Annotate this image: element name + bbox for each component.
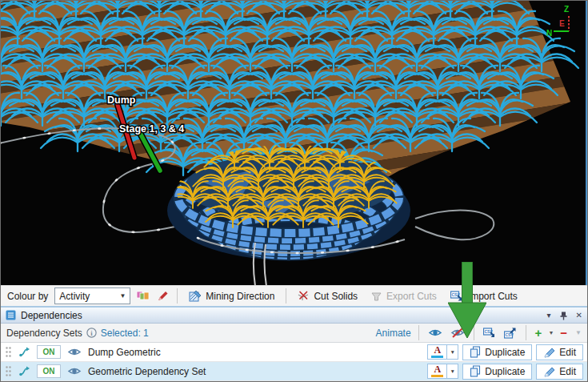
csv-export-icon: CSV [504, 328, 517, 339]
toolbar-separator [177, 288, 178, 304]
duplicate-button[interactable]: Duplicate [462, 364, 532, 380]
on-toggle-button[interactable]: ON [37, 345, 61, 359]
toolbar-separator [526, 325, 526, 340]
minus-icon: − [560, 327, 567, 339]
on-toggle-button[interactable]: ON [37, 364, 61, 378]
colour-dropdown-caret[interactable]: ▼ [447, 364, 458, 379]
import-csv-button[interactable]: CSV [482, 326, 498, 340]
eye-icon [428, 328, 442, 338]
pencil-icon [543, 347, 555, 358]
colour-by-label: Colour by [7, 291, 48, 302]
edit-button[interactable]: Edit [536, 344, 583, 360]
svg-text:CSV: CSV [505, 332, 514, 337]
window-menu-icon[interactable]: ▾ [547, 312, 551, 320]
axis-e-label: E [559, 19, 565, 28]
colour-button[interactable]: A [427, 344, 447, 360]
copy-icon [470, 346, 481, 358]
palette-icon [136, 291, 150, 301]
colour-swatch [431, 375, 443, 377]
colour-swatch [431, 356, 443, 358]
dump-label: Dump [107, 94, 136, 106]
remove-dependency-set-button[interactable]: − [558, 325, 569, 340]
dependency-row[interactable]: ON Dump Geometric A ▼ Duplicate [1, 343, 587, 362]
axis-n-label: N [546, 29, 552, 38]
visibility-eye-icon[interactable] [67, 347, 82, 357]
eye-slash-icon [450, 328, 465, 338]
hide-all-button[interactable] [449, 326, 466, 340]
mining-direction-button[interactable]: Mining Direction [184, 288, 279, 304]
toolbar-overflow-icon[interactable]: ▼ [575, 329, 582, 336]
view-toolbar: Colour by Activity ▼ Mining [1, 285, 587, 308]
edit-button[interactable]: Edit [536, 364, 583, 380]
svg-text:i: i [90, 329, 93, 337]
export-cuts-icon [371, 292, 382, 301]
dependencies-panel-titlebar: Dependencies ▾ ✕ [1, 308, 587, 324]
add-options-caret-icon[interactable]: ▼ [548, 330, 554, 336]
colour-by-value: Activity [59, 291, 90, 302]
csv-import-icon: CSV [483, 328, 496, 339]
dependency-sets-toolbar: Dependency Sets i Selected: 1 Animate [1, 324, 587, 343]
dependency-set-name: Geometric Dependency Set [88, 366, 206, 377]
viewport-3d[interactable]: Dump Stage 1, 3 & 4 Z E N [1, 1, 587, 285]
dependency-sets-label: Dependency Sets [6, 328, 82, 339]
colour-button[interactable]: A [427, 364, 447, 379]
legend-colours-button[interactable] [134, 289, 151, 303]
copy-icon [470, 365, 481, 377]
colour-dropdown-caret[interactable]: ▼ [447, 344, 458, 360]
info-icon[interactable]: i [86, 328, 97, 338]
panel-icon [6, 310, 16, 320]
toolbar-separator [474, 325, 474, 340]
drag-handle-icon[interactable] [5, 346, 12, 358]
dependency-branch-icon [18, 347, 30, 357]
import-cuts-button[interactable]: CSV Import Cuts [446, 288, 522, 304]
add-dependency-set-button[interactable]: + [534, 325, 544, 340]
cut-solids-button[interactable]: Cut Solids [293, 288, 362, 304]
csv-import-icon: CSV [450, 291, 464, 302]
pin-icon[interactable] [559, 311, 568, 320]
duplicate-button[interactable]: Duplicate [462, 344, 532, 360]
dependency-set-name: Dump Geometric [88, 347, 161, 358]
animate-link[interactable]: Animate [376, 328, 411, 339]
visibility-eye-icon[interactable] [67, 366, 82, 376]
dependency-row[interactable]: ON Geometric Dependency Set A ▼ Dupl [1, 362, 587, 381]
marker-pen-icon [157, 291, 169, 301]
plus-icon: + [535, 327, 542, 339]
show-all-button[interactable] [426, 326, 444, 340]
toolbar-separator [418, 325, 419, 340]
colour-by-dropdown[interactable]: Activity ▼ [54, 288, 130, 304]
export-cuts-button[interactable]: Export Cuts [366, 288, 442, 304]
stage-label: Stage 1, 3 & 4 [119, 123, 184, 135]
export-csv-button[interactable]: CSV [502, 326, 518, 340]
axis-z-label: Z [564, 5, 569, 14]
colour-override-button[interactable] [155, 289, 170, 303]
panel-title: Dependencies [21, 310, 82, 321]
pencil-icon [543, 366, 555, 377]
mining-direction-icon [189, 291, 202, 302]
chevron-down-icon: ▼ [119, 292, 126, 300]
application-window: Dump Stage 1, 3 & 4 Z E N Colour by Acti… [0, 0, 588, 382]
scene-canvas: Dump Stage 1, 3 & 4 Z E N [1, 1, 586, 285]
dependency-branch-icon [18, 366, 30, 376]
cut-solids-icon [298, 291, 310, 301]
drag-handle-icon[interactable] [5, 365, 12, 377]
close-icon[interactable]: ✕ [576, 312, 582, 320]
toolbar-separator [286, 288, 286, 304]
selected-count: Selected: 1 [101, 328, 149, 339]
